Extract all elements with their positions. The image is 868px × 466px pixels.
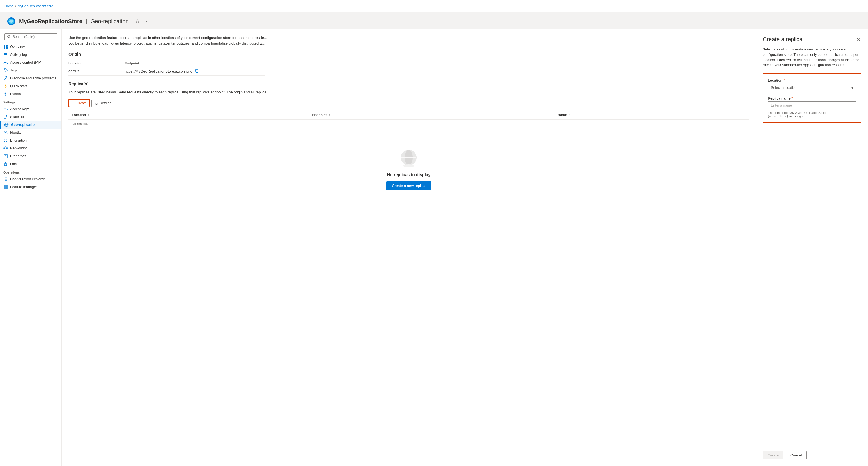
- panel-close-button[interactable]: ✕: [856, 36, 861, 43]
- sidebar-item-locks[interactable]: Locks: [0, 160, 61, 168]
- sort-endpoint-icon: ↑↓: [329, 113, 332, 116]
- location-select[interactable]: Select a location East US 2 West US West…: [768, 84, 856, 92]
- col-endpoint[interactable]: Endpoint ↑↓: [309, 111, 554, 120]
- page-description: Use the geo-replication feature to creat…: [68, 35, 271, 46]
- sidebar-item-geo-replication[interactable]: Geo-replication: [0, 121, 61, 129]
- sidebar-item-quick-start[interactable]: Quick start: [0, 82, 61, 90]
- svg-rect-6: [4, 47, 5, 49]
- empty-state-title: No replicas to display: [387, 172, 430, 177]
- svg-rect-48: [6, 187, 7, 189]
- replicas-section: Replica(s) Your replicas are listed belo…: [68, 81, 749, 207]
- lock-icon: [3, 162, 8, 166]
- resize-icon: [3, 115, 8, 119]
- svg-rect-8: [4, 53, 7, 54]
- sidebar-item-label: Configuration explorer: [10, 177, 44, 181]
- svg-rect-7: [6, 47, 7, 49]
- replica-name-required: *: [792, 96, 793, 100]
- breadcrumb-home[interactable]: Home: [4, 4, 13, 8]
- shield-icon: [3, 138, 8, 143]
- search-input[interactable]: [12, 35, 55, 39]
- svg-line-13: [7, 64, 8, 65]
- endpoint-hint: Endpoint: https://MyGeoReplicationStore-…: [768, 111, 856, 118]
- grid-icon: [3, 44, 8, 49]
- more-options-button[interactable]: ···: [143, 18, 150, 25]
- sidebar-item-label: Scale up: [10, 115, 24, 119]
- sidebar-item-label: Activity log: [10, 53, 27, 57]
- empty-state: No replicas to display Create a new repl…: [68, 128, 749, 207]
- sidebar-item-scale-up[interactable]: Scale up: [0, 113, 61, 121]
- panel-create-button[interactable]: Create: [763, 451, 783, 459]
- sidebar-item-access-control[interactable]: Access control (IAM): [0, 59, 61, 66]
- tag-icon: [3, 68, 8, 73]
- sidebar-item-config-explorer[interactable]: Configuration explorer: [0, 175, 61, 183]
- create-button[interactable]: Create: [69, 100, 90, 107]
- replica-name-label: Replica name *: [768, 96, 856, 100]
- sidebar-item-properties[interactable]: Properties: [0, 152, 61, 160]
- replicas-table: Location ↑↓ Endpoint ↑↓ Name ↑↓: [68, 111, 749, 128]
- origin-endpoint-value: https://MyGeoReplicationStore.azconfig.i…: [125, 67, 265, 76]
- identity-icon: [3, 130, 8, 135]
- store-name: MyGeoReplicationStore: [19, 18, 83, 25]
- svg-line-33: [5, 148, 5, 149]
- replica-name-input[interactable]: [768, 101, 856, 109]
- svg-rect-26: [4, 148, 5, 148]
- col-name[interactable]: Name ↑↓: [554, 111, 749, 120]
- search-box: [4, 33, 57, 40]
- create-new-replica-button[interactable]: Create a new replica: [386, 181, 431, 190]
- sidebar-item-diagnose[interactable]: Diagnose and solve problems: [0, 74, 61, 82]
- sidebar: ≪ Overview Activity log Access control (…: [0, 29, 62, 466]
- replicas-description: Your replicas are listed below. Send req…: [68, 90, 271, 95]
- sidebar-item-access-keys[interactable]: Access keys: [0, 105, 61, 113]
- form-section: Location * Select a location East US 2 W…: [763, 73, 861, 123]
- sidebar-item-encryption[interactable]: Encryption: [0, 137, 61, 144]
- toolbar: Create Refresh: [68, 99, 749, 107]
- replica-name-form-group: Replica name * Endpoint: https://MyGeoRe…: [768, 96, 856, 118]
- svg-point-14: [4, 69, 5, 70]
- key-icon: [3, 107, 8, 111]
- right-panel: Create a replica ✕ Select a location to …: [756, 29, 868, 466]
- sidebar-item-feature-manager[interactable]: Feature manager: [0, 183, 61, 191]
- settings-section-label: Settings: [0, 98, 61, 105]
- sort-name-icon: ↑↓: [569, 113, 572, 116]
- sidebar-item-identity[interactable]: Identity: [0, 129, 61, 137]
- copy-endpoint-button[interactable]: [194, 69, 199, 74]
- svg-rect-46: [6, 185, 7, 187]
- sidebar-item-label: Access keys: [10, 107, 29, 111]
- sidebar-item-label: Feature manager: [10, 185, 37, 189]
- location-select-wrapper: Select a location East US 2 West US West…: [768, 84, 856, 92]
- list-icon: [3, 53, 8, 57]
- app-config-icon: [7, 17, 16, 26]
- breadcrumb: Home > MyGeoReplicationStore: [4, 4, 53, 8]
- svg-rect-49: [196, 70, 198, 72]
- svg-line-3: [9, 37, 10, 38]
- sidebar-item-activity-log[interactable]: Activity log: [0, 51, 61, 59]
- lightning-icon: [3, 84, 8, 88]
- svg-rect-40: [4, 179, 4, 180]
- sidebar-item-label: Identity: [10, 131, 21, 135]
- refresh-button[interactable]: Refresh: [91, 100, 115, 107]
- svg-point-12: [6, 63, 7, 64]
- sidebar-item-tags[interactable]: Tags: [0, 66, 61, 74]
- col-location[interactable]: Location ↑↓: [68, 111, 309, 120]
- create-btn-wrapper: Create: [68, 99, 90, 107]
- sidebar-item-events[interactable]: Events: [0, 90, 61, 98]
- sidebar-item-label: Locks: [10, 162, 19, 166]
- svg-line-32: [6, 148, 6, 149]
- breadcrumb-store[interactable]: MyGeoReplicationStore: [18, 4, 53, 8]
- sidebar-item-networking[interactable]: Networking: [0, 144, 61, 152]
- properties-icon: [3, 154, 8, 158]
- svg-rect-5: [6, 45, 7, 46]
- location-required: *: [783, 78, 785, 82]
- favorite-button[interactable]: ☆: [134, 18, 141, 25]
- origin-location-value: eastus: [68, 67, 125, 76]
- feature-icon: [3, 185, 8, 189]
- panel-cancel-button[interactable]: Cancel: [785, 451, 806, 459]
- sidebar-item-label: Encryption: [10, 138, 27, 142]
- location-label: Location *: [768, 78, 856, 82]
- panel-header: Create a replica ✕: [763, 36, 861, 43]
- sidebar-item-overview[interactable]: Overview: [0, 43, 61, 51]
- sidebar-item-label: Networking: [10, 146, 28, 150]
- breadcrumb-separator: >: [14, 4, 17, 8]
- plus-icon: [72, 101, 75, 105]
- operations-section-label: Operations: [0, 168, 61, 175]
